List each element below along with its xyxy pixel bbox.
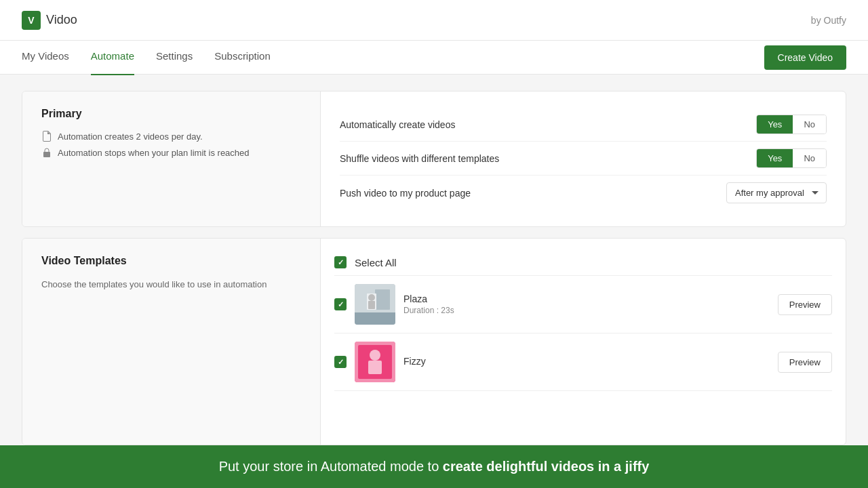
logo-icon: V [22, 11, 41, 30]
nav-automate[interactable]: Automate [91, 40, 134, 75]
svg-rect-2 [355, 312, 395, 325]
plaza-thumbnail-svg [355, 284, 395, 325]
by-outfy-label: by Outfy [811, 15, 846, 26]
document-icon [41, 131, 52, 142]
template-thumb-fizzy [355, 342, 395, 382]
nav-my-videos[interactable]: My Videos [22, 40, 69, 75]
template-fizzy-info: Fizzy [403, 356, 770, 368]
svg-rect-6 [368, 301, 375, 309]
toggle-shuffle-yes[interactable]: Yes [757, 149, 793, 167]
templates-scroll-area[interactable]: ✓ Select All ✓ [321, 239, 846, 445]
svg-rect-10 [368, 361, 382, 374]
template-item-fizzy: ✓ Fizzy [334, 333, 832, 391]
info-item-2: Automation stops when your plan limit is… [41, 147, 301, 158]
setting-row-shuffle: Shuffle videos with different templates … [340, 142, 827, 176]
fizzy-thumbnail-svg [355, 342, 395, 382]
logo-area: V Vidoo [22, 11, 77, 30]
templates-description: Choose the templates you would like to u… [41, 278, 301, 291]
template-fizzy-checkbox[interactable]: ✓ [334, 356, 347, 368]
primary-section: Primary Automation creates 2 videos per … [22, 91, 846, 227]
setting-row-push: Push video to my product page After my a… [340, 176, 827, 210]
info-text-1: Automation creates 2 videos per day. [58, 131, 203, 142]
select-all-label: Select All [355, 257, 397, 268]
push-video-dropdown[interactable]: After my approval Automatically Never [726, 182, 827, 203]
checkmark-icon: ✓ [338, 300, 344, 309]
template-item-plaza: ✓ [334, 276, 832, 333]
nav-settings[interactable]: Settings [156, 40, 193, 75]
primary-title: Primary [41, 108, 301, 120]
templates-section: Video Templates Choose the templates you… [22, 238, 846, 445]
templates-section-left: Video Templates Choose the templates you… [22, 239, 321, 445]
toggle-auto-create-no[interactable]: No [793, 115, 826, 134]
app-name: Vidoo [46, 13, 77, 27]
create-video-button[interactable]: Create Video [764, 45, 846, 70]
svg-point-9 [370, 350, 380, 361]
info-text-2: Automation stops when your plan limit is… [58, 148, 250, 158]
toggle-shuffle: Yes No [756, 148, 827, 168]
topbar: V Vidoo by Outfy [0, 0, 868, 41]
setting-label-auto-create: Automatically create videos [340, 119, 455, 130]
template-plaza-info: Plaza Duration : 23s [403, 293, 770, 315]
template-fizzy-preview-button[interactable]: Preview [778, 352, 832, 373]
setting-label-push: Push video to my product page [340, 188, 471, 199]
template-plaza-duration: Duration : 23s [403, 306, 770, 315]
setting-row-auto-create: Automatically create videos Yes No [340, 108, 827, 142]
toggle-auto-create: Yes No [756, 115, 827, 134]
svg-point-5 [368, 294, 375, 301]
svg-rect-0 [43, 152, 50, 157]
svg-rect-3 [375, 289, 390, 310]
primary-section-right: Automatically create videos Yes No Shuff… [321, 92, 846, 226]
footer-text-bold: create delightful videos in a jiffy [443, 459, 650, 474]
select-all-checkbox[interactable]: ✓ [334, 256, 347, 268]
setting-label-shuffle: Shuffle videos with different templates [340, 153, 499, 164]
template-plaza-preview-button[interactable]: Preview [778, 294, 832, 315]
template-plaza-checkbox[interactable]: ✓ [334, 298, 347, 310]
navigation: My Videos Automate Settings Subscription… [0, 41, 868, 75]
primary-section-left: Primary Automation creates 2 videos per … [22, 92, 321, 226]
nav-items: My Videos Automate Settings Subscription [22, 40, 764, 75]
templates-title: Video Templates [41, 255, 301, 267]
nav-subscription[interactable]: Subscription [214, 40, 271, 75]
lock-icon [41, 147, 52, 158]
main-content: Primary Automation creates 2 videos per … [0, 75, 868, 445]
checkmark-icon: ✓ [338, 358, 344, 367]
template-fizzy-name: Fizzy [403, 356, 770, 367]
templates-section-right: ✓ Select All ✓ [321, 239, 846, 445]
toggle-shuffle-no[interactable]: No [793, 149, 826, 167]
template-thumb-plaza [355, 284, 395, 325]
footer-text-normal: Put your store in Automated mode to [219, 459, 443, 474]
info-item-1: Automation creates 2 videos per day. [41, 131, 301, 142]
checkmark-icon: ✓ [338, 258, 344, 267]
template-plaza-name: Plaza [403, 293, 770, 304]
footer-banner: Put your store in Automated mode to crea… [0, 445, 868, 488]
select-all-row: ✓ Select All [334, 249, 832, 276]
toggle-auto-create-yes[interactable]: Yes [757, 115, 793, 134]
